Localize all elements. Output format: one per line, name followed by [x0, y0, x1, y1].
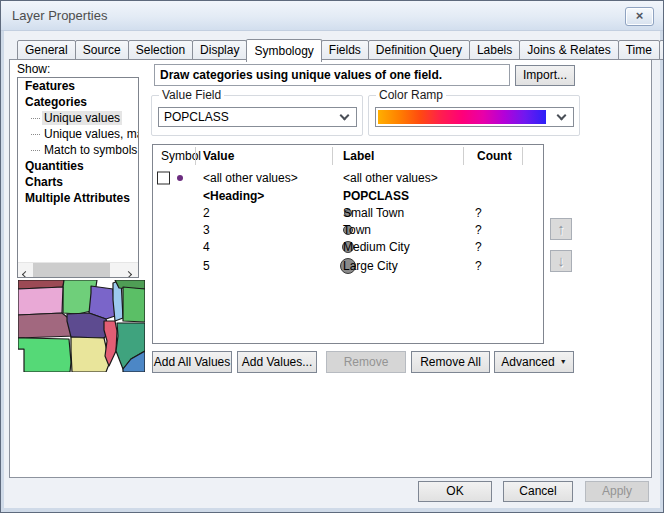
tab-html-popup[interactable]: HTML Popup — [659, 40, 664, 60]
show-item-label: Unique values — [42, 111, 122, 125]
show-label: Show: — [17, 62, 50, 76]
symbol-cell[interactable] — [153, 255, 197, 276]
close-icon: × — [636, 8, 644, 23]
symbology-tab-page: Show: FeaturesCategoriesUnique valuesUni… — [9, 59, 652, 478]
category-row[interactable]: 5Large City? — [153, 255, 543, 276]
value-cell: 4 — [203, 240, 210, 254]
all-other-values-checkbox[interactable] — [157, 172, 170, 185]
color-ramp-swatch — [378, 110, 546, 124]
move-down-button[interactable]: ↓ — [550, 250, 572, 272]
tab-symbology[interactable]: Symbology — [246, 39, 321, 62]
window-frame-bottom — [1, 508, 663, 512]
show-item-unique-values[interactable]: Unique values — [18, 110, 138, 126]
value-cell: 3 — [203, 223, 210, 237]
window-frame-left — [1, 31, 4, 512]
column-divider — [463, 147, 464, 165]
symbol-cell[interactable] — [153, 204, 197, 221]
remove-button[interactable]: Remove — [326, 351, 406, 373]
chevron-down-icon — [340, 111, 350, 121]
add-values-button[interactable]: Add Values... — [237, 351, 317, 373]
remove-all-button[interactable]: Remove All — [411, 351, 490, 373]
tab-labels[interactable]: Labels — [469, 40, 520, 60]
category-row[interactable]: <all other values><all other values> — [153, 169, 543, 187]
scrollbar-thumb[interactable] — [33, 263, 110, 278]
move-up-button[interactable]: ↑ — [550, 218, 572, 240]
title-bar[interactable]: Layer Properties × — [1, 1, 663, 31]
label-cell: POPCLASS — [343, 189, 409, 203]
category-row[interactable]: 2Small Town? — [153, 204, 543, 221]
show-item-label: Categories — [23, 95, 89, 109]
count-cell: ? — [475, 259, 482, 273]
arrow-down-icon: ↓ — [557, 252, 565, 269]
show-item-match-to-symbols-in-a[interactable]: Match to symbols in a — [18, 142, 138, 158]
label-cell: <all other values> — [343, 171, 438, 185]
map-preview — [18, 280, 145, 372]
header-count[interactable]: Count — [477, 149, 512, 163]
tab-source[interactable]: Source — [75, 40, 129, 60]
value-field-dropdown[interactable]: POPCLASS — [158, 107, 357, 127]
show-item-categories[interactable]: Categories — [18, 94, 138, 110]
show-item-label: Features — [23, 79, 77, 93]
close-button[interactable]: × — [625, 7, 654, 26]
show-item-label: Match to symbols in a — [42, 143, 138, 157]
show-item-features[interactable]: Features — [18, 78, 138, 94]
tab-general[interactable]: General — [17, 40, 76, 60]
show-item-unique-values-many[interactable]: Unique values, many — [18, 126, 138, 142]
chevron-right-icon — [125, 271, 132, 278]
column-divider — [195, 147, 196, 165]
category-rows: <all other values><all other values><Hea… — [153, 169, 543, 276]
count-cell: ? — [475, 223, 482, 237]
category-row[interactable]: <Heading>POPCLASS — [153, 187, 543, 204]
count-cell: ? — [475, 240, 482, 254]
symbol-cell[interactable] — [153, 187, 197, 204]
tree-connector-line — [31, 150, 40, 151]
value-cell: <Heading> — [203, 189, 264, 203]
tab-fields[interactable]: Fields — [321, 40, 369, 60]
category-row[interactable]: 3Town? — [153, 221, 543, 238]
symbol-cell[interactable] — [153, 169, 197, 187]
chevron-down-icon — [557, 111, 567, 121]
point-symbol-icon — [177, 175, 183, 181]
method-description: Draw categories using unique values of o… — [154, 64, 510, 86]
color-ramp-label: Color Ramp — [376, 88, 446, 102]
header-value[interactable]: Value — [203, 149, 234, 163]
categories-table-header: Symbol Value Label Count — [153, 145, 543, 167]
cancel-button[interactable]: Cancel — [503, 481, 573, 502]
value-field-selected: POPCLASS — [164, 110, 229, 124]
tab-definition-query[interactable]: Definition Query — [368, 40, 470, 60]
tree-connector-line — [31, 134, 40, 135]
ok-button[interactable]: OK — [418, 481, 492, 502]
symbol-cell[interactable] — [153, 238, 197, 255]
add-all-values-button[interactable]: Add All Values — [152, 351, 232, 373]
category-row[interactable]: 4Medium City? — [153, 238, 543, 255]
layer-properties-dialog: Layer Properties × GeneralSourceSelectio… — [0, 0, 664, 513]
tab-display[interactable]: Display — [192, 40, 247, 60]
horizontal-scrollbar[interactable] — [18, 262, 138, 277]
scroll-right-button[interactable] — [123, 263, 138, 278]
column-divider — [522, 147, 523, 165]
tree-connector-line — [31, 118, 40, 119]
window-title: Layer Properties — [12, 8, 107, 23]
tab-selection[interactable]: Selection — [128, 40, 193, 60]
header-label[interactable]: Label — [343, 149, 374, 163]
show-tree-items: FeaturesCategoriesUnique valuesUnique va… — [18, 78, 138, 206]
color-ramp-groupbox: Color Ramp — [368, 95, 580, 136]
apply-button[interactable]: Apply — [585, 481, 649, 502]
show-item-label: Multiple Attributes — [23, 191, 132, 205]
label-cell: Medium City — [343, 240, 410, 254]
label-cell: Small Town — [343, 206, 404, 220]
column-divider — [332, 147, 333, 165]
label-cell: Town — [343, 223, 371, 237]
show-item-quantities[interactable]: Quantities — [18, 158, 138, 174]
tab-joins-relates[interactable]: Joins & Relates — [519, 40, 618, 60]
scroll-left-button[interactable] — [18, 263, 33, 278]
dropdown-caret-icon: ▼ — [560, 352, 567, 372]
advanced-button[interactable]: Advanced ▼ — [494, 351, 574, 373]
show-item-charts[interactable]: Charts — [18, 174, 138, 190]
tab-time[interactable]: Time — [618, 40, 660, 60]
show-item-multiple-attributes[interactable]: Multiple Attributes — [18, 190, 138, 206]
color-ramp-dropdown[interactable] — [375, 107, 574, 127]
arrow-up-icon: ↑ — [557, 220, 565, 237]
symbol-cell[interactable] — [153, 221, 197, 238]
import-button[interactable]: Import... — [515, 65, 575, 86]
